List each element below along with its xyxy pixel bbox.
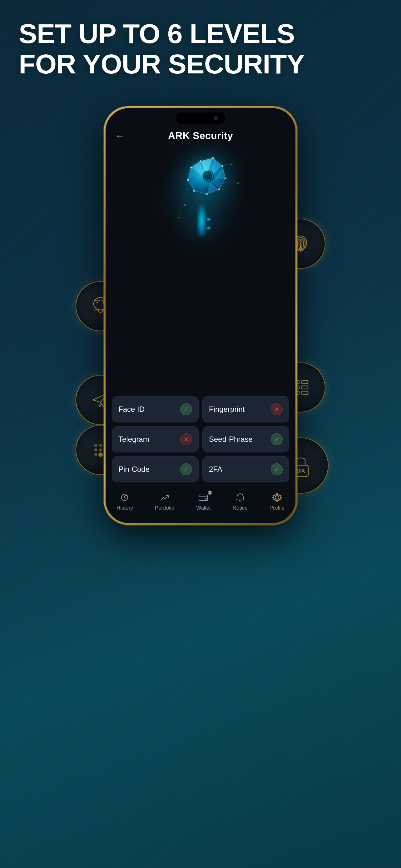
hero-title-line2: FOR YOUR SECURITY — [19, 49, 304, 80]
portfolio-icon — [159, 492, 170, 503]
svg-line-63 — [226, 178, 238, 183]
svg-line-57 — [179, 180, 188, 217]
faceid-status: ✓ — [180, 403, 192, 415]
wallet-icon — [198, 492, 209, 503]
telegram-label: Telegram — [119, 435, 149, 444]
security-item-faceid[interactable]: Face ID ✓ — [112, 396, 199, 423]
seedphrase-status: ✓ — [271, 433, 282, 445]
portfolio-nav-label: Portfolio — [155, 505, 174, 511]
svg-line-56 — [185, 167, 191, 205]
profile-nav-label: Profile — [269, 505, 285, 511]
fingerprint-status: ✕ — [271, 403, 282, 415]
svg-rect-7 — [302, 380, 308, 384]
svg-point-36 — [203, 170, 214, 182]
wallet-nav-label: Wallet — [196, 505, 211, 511]
camera-dot — [213, 116, 218, 120]
svg-rect-25 — [206, 226, 211, 230]
back-button[interactable]: ← — [115, 130, 125, 142]
security-options-grid: Face ID ✓ Fingerprint ✕ Telegram ✕ Seed-… — [112, 396, 289, 483]
profile-gear-icon — [271, 492, 282, 503]
pincode-label: Pin-Code — [119, 465, 149, 474]
svg-point-13 — [99, 444, 102, 447]
faceid-label: Face ID — [119, 405, 144, 414]
nav-item-notice[interactable]: Notice — [233, 492, 248, 511]
svg-point-1 — [97, 302, 98, 303]
phone-device: 2FA ← ARK Security — [104, 106, 297, 525]
app-header: ← ARK Security — [106, 130, 295, 142]
history-nav-label: History — [116, 505, 133, 511]
svg-line-62 — [222, 164, 232, 166]
svg-rect-9 — [302, 386, 308, 389]
crystal-key-area — [154, 149, 247, 255]
notice-nav-label: Notice — [233, 505, 248, 511]
phone-frame: ← ARK Security — [104, 106, 297, 525]
svg-point-18 — [94, 453, 97, 456]
svg-point-12 — [94, 444, 97, 447]
app-title: ARK Security — [168, 130, 233, 142]
svg-point-16 — [99, 448, 102, 452]
hero-title-line1: SET UP TO 6 LEVELS — [19, 18, 295, 49]
svg-point-51 — [218, 188, 220, 190]
svg-rect-64 — [199, 495, 208, 501]
seedphrase-label: Seed-Phrase — [209, 435, 253, 444]
security-item-pincode[interactable]: Pin-Code ✓ — [112, 456, 199, 483]
svg-point-47 — [200, 160, 201, 162]
svg-rect-11 — [302, 391, 308, 394]
svg-rect-24 — [206, 217, 211, 221]
svg-point-53 — [193, 190, 195, 192]
svg-point-52 — [206, 193, 208, 195]
security-item-telegram[interactable]: Telegram ✕ — [112, 426, 199, 453]
pincode-status: ✓ — [180, 463, 192, 475]
fingerprint-label: Fingerprint — [209, 405, 245, 414]
security-item-fingerprint[interactable]: Fingerprint ✕ — [202, 396, 289, 423]
history-icon — [119, 492, 130, 503]
svg-point-19 — [98, 453, 103, 457]
twofa-label: 2FA — [209, 465, 222, 474]
hero-title: SET UP TO 6 LEVELS FOR YOUR SECURITY — [19, 19, 382, 80]
wallet-badge-count: 0 — [208, 491, 212, 495]
notice-icon — [235, 492, 246, 503]
svg-point-59 — [178, 217, 179, 218]
security-item-seedphrase[interactable]: Seed-Phrase ✓ — [202, 426, 289, 453]
hero-section: SET UP TO 6 LEVELS FOR YOUR SECURITY — [19, 19, 382, 80]
svg-rect-23 — [197, 205, 206, 236]
nav-item-wallet[interactable]: 0 Wallet — [196, 492, 211, 511]
phone-screen: ← ARK Security — [106, 108, 295, 523]
svg-rect-65 — [205, 498, 207, 500]
svg-point-58 — [184, 204, 186, 206]
crystal-key-image — [160, 155, 241, 249]
bottom-navigation: History Portfolio — [106, 486, 295, 523]
telegram-status: ✕ — [180, 433, 192, 445]
nav-item-portfolio[interactable]: Portfolio — [155, 492, 174, 511]
svg-point-48 — [212, 157, 214, 159]
security-item-2fa[interactable]: 2FA ✓ — [202, 456, 289, 483]
svg-point-15 — [94, 448, 97, 452]
nav-item-profile[interactable]: Profile — [269, 492, 285, 511]
nav-item-history[interactable]: History — [116, 492, 133, 511]
svg-point-66 — [275, 496, 279, 499]
twofa-status: ✓ — [271, 463, 282, 475]
phone-notch — [175, 113, 226, 124]
